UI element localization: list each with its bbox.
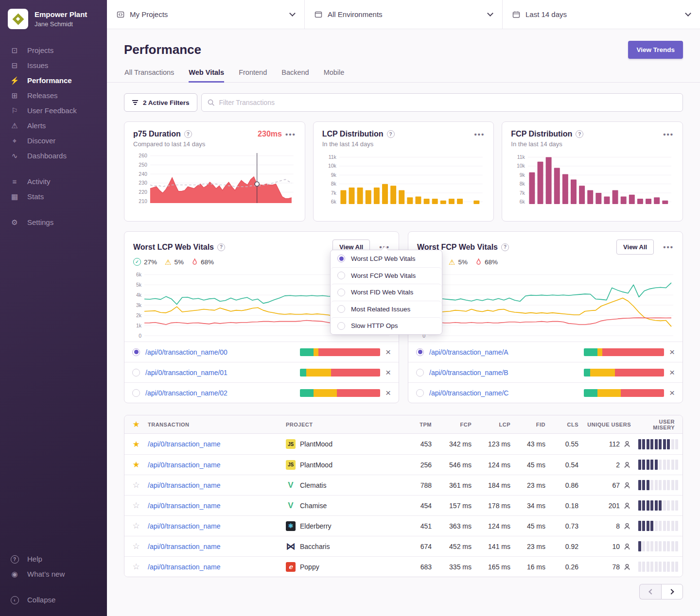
- transaction-radio[interactable]: [132, 348, 140, 356]
- transaction-link[interactable]: /api/0/transaction_name: [148, 481, 220, 489]
- menu-radio[interactable]: [337, 255, 345, 262]
- org-switcher[interactable]: Empower Plant Jane Schmidt: [0, 8, 107, 43]
- tab-frontend[interactable]: Frontend: [239, 68, 267, 83]
- cls-cell: 0.54: [551, 461, 584, 469]
- next-page-button[interactable]: [661, 584, 683, 599]
- filter-transactions-input[interactable]: [201, 93, 683, 112]
- sidebar-nav: ⊡Projects ⊟Issues ⚡Performance ⊞Releases…: [0, 43, 107, 230]
- lcp-cell: 124 ms: [477, 522, 516, 530]
- transaction-link[interactable]: /api/0/transaction_name: [148, 522, 220, 530]
- question-icon[interactable]: ?: [184, 130, 192, 138]
- sidebar-item-help[interactable]: ?Help: [10, 551, 107, 566]
- menu-item[interactable]: Slow HTTP Ops: [331, 317, 442, 334]
- sidebar-item-alerts[interactable]: ⚠Alerts: [10, 118, 107, 133]
- more-options-icon[interactable]: •••: [474, 131, 485, 138]
- close-icon[interactable]: ×: [385, 347, 391, 357]
- menu-radio[interactable]: [337, 305, 345, 313]
- menu-item[interactable]: Worst LCP Web Vitals: [331, 250, 442, 267]
- environments-selector[interactable]: All Environments: [305, 0, 503, 29]
- sidebar-collapse-button[interactable]: ‹Collapse: [10, 592, 107, 607]
- tab-mobile[interactable]: Mobile: [324, 68, 345, 83]
- close-icon[interactable]: ×: [669, 388, 675, 397]
- transaction-link[interactable]: /api/0/transaction_name/A: [429, 348, 578, 356]
- transaction-link[interactable]: /api/0/transaction_name: [148, 461, 220, 469]
- date-range-selector[interactable]: Last 14 days: [503, 0, 700, 29]
- transaction-link[interactable]: /api/0/transaction_name/B: [429, 369, 578, 376]
- question-icon[interactable]: ?: [501, 243, 509, 251]
- star-icon[interactable]: ☆: [124, 522, 148, 530]
- project-cell: ⋈Baccharis: [286, 542, 406, 551]
- transaction-radio[interactable]: [416, 369, 424, 376]
- sidebar-item-user-feedback[interactable]: ⚐User Feedback: [10, 103, 107, 118]
- unique-users-cell: 112: [584, 440, 637, 448]
- sidebar-item-dashboards[interactable]: ∿Dashboards: [10, 148, 107, 163]
- more-options-icon[interactable]: •••: [285, 131, 296, 138]
- col-transaction: TRANSACTION: [148, 422, 286, 428]
- view-trends-button[interactable]: View Trends: [628, 41, 683, 59]
- close-icon[interactable]: ×: [385, 368, 391, 377]
- warning-icon: ⚠: [449, 258, 455, 266]
- sidebar-item-projects[interactable]: ⊡Projects: [10, 43, 107, 58]
- sidebar-item-settings[interactable]: ⚙Settings: [10, 215, 107, 230]
- star-icon[interactable]: ☆: [124, 501, 148, 510]
- menu-radio[interactable]: [337, 322, 345, 330]
- svg-text:9k: 9k: [331, 172, 336, 178]
- user-name: Jane Schmidt: [35, 20, 87, 28]
- star-icon[interactable]: ☆: [124, 563, 148, 571]
- close-icon[interactable]: ×: [669, 347, 675, 357]
- help-icon: ?: [10, 554, 19, 564]
- view-all-button[interactable]: View All: [616, 240, 654, 255]
- more-options-icon[interactable]: •••: [663, 131, 674, 138]
- sidebar-item-releases[interactable]: ⊞Releases: [10, 88, 107, 103]
- table-row: ☆/api/0/transaction_nameePoppy683335 ms1…: [124, 556, 682, 577]
- platform-icon-javascript: JS: [286, 460, 296, 470]
- star-icon[interactable]: ☆: [124, 542, 148, 550]
- tab-all-transactions[interactable]: All Transactions: [124, 68, 174, 83]
- svg-text:1k: 1k: [136, 323, 142, 328]
- transaction-radio[interactable]: [132, 369, 140, 376]
- projects-selector[interactable]: My Projects: [107, 0, 305, 29]
- previous-page-button[interactable]: [639, 584, 661, 599]
- transaction-radio[interactable]: [416, 348, 424, 356]
- sidebar-item-whats-new[interactable]: ◉What’s new: [10, 566, 107, 582]
- sidebar-item-performance[interactable]: ⚡Performance: [10, 73, 107, 88]
- star-icon[interactable]: ★: [124, 440, 148, 448]
- sidebar-item-stats[interactable]: ▦Stats: [10, 189, 107, 204]
- sidebar-item-activity[interactable]: ≡Activity: [10, 174, 107, 189]
- transaction-link[interactable]: /api/0/transaction_name: [148, 502, 220, 510]
- lcp-cell: 123 ms: [477, 440, 516, 448]
- star-icon[interactable]: ☆: [124, 481, 148, 489]
- transaction-link[interactable]: /api/0/transaction_name/C: [429, 389, 578, 397]
- transaction-link[interactable]: /api/0/transaction_name: [148, 563, 220, 571]
- transaction-link[interactable]: /api/0/transaction_name/02: [145, 389, 295, 397]
- transaction-link[interactable]: /api/0/transaction_name/01: [145, 369, 295, 376]
- close-icon[interactable]: ×: [669, 368, 675, 377]
- menu-item[interactable]: Worst FCP Web Vitals: [331, 267, 442, 284]
- sidebar-item-issues[interactable]: ⊟Issues: [10, 58, 107, 73]
- org-logo-icon: [8, 9, 28, 29]
- transaction-radio[interactable]: [132, 389, 140, 397]
- menu-item[interactable]: Most Related Issues: [331, 301, 442, 318]
- tab-backend[interactable]: Backend: [281, 68, 309, 83]
- active-filters-button[interactable]: 2 Active Filters: [124, 93, 197, 112]
- transaction-link[interactable]: /api/0/transaction_name/00: [145, 348, 295, 356]
- sidebar-item-discover[interactable]: ⌖Discover: [10, 133, 107, 148]
- menu-radio[interactable]: [337, 289, 345, 296]
- transaction-link[interactable]: /api/0/transaction_name: [148, 543, 220, 550]
- lcp-cell: 141 ms: [477, 543, 516, 550]
- close-icon[interactable]: ×: [385, 388, 391, 397]
- card-subtitle: In the last 14 days: [322, 140, 485, 148]
- transaction-radio[interactable]: [416, 389, 424, 397]
- tab-web-vitals[interactable]: Web Vitals: [189, 68, 224, 83]
- question-icon[interactable]: ?: [387, 130, 395, 138]
- menu-item[interactable]: Worst FID Web Vitals: [331, 284, 442, 301]
- vitals-transaction-row: /api/0/transaction_name/00×: [124, 342, 399, 362]
- star-icon[interactable]: ★: [124, 420, 148, 428]
- transaction-link[interactable]: /api/0/transaction_name: [148, 440, 220, 448]
- projects-box-icon: [117, 11, 124, 18]
- star-icon[interactable]: ★: [124, 461, 148, 469]
- question-icon[interactable]: ?: [217, 243, 225, 251]
- menu-radio[interactable]: [337, 272, 345, 279]
- more-options-icon[interactable]: •••: [663, 243, 674, 251]
- question-icon[interactable]: ?: [576, 130, 583, 138]
